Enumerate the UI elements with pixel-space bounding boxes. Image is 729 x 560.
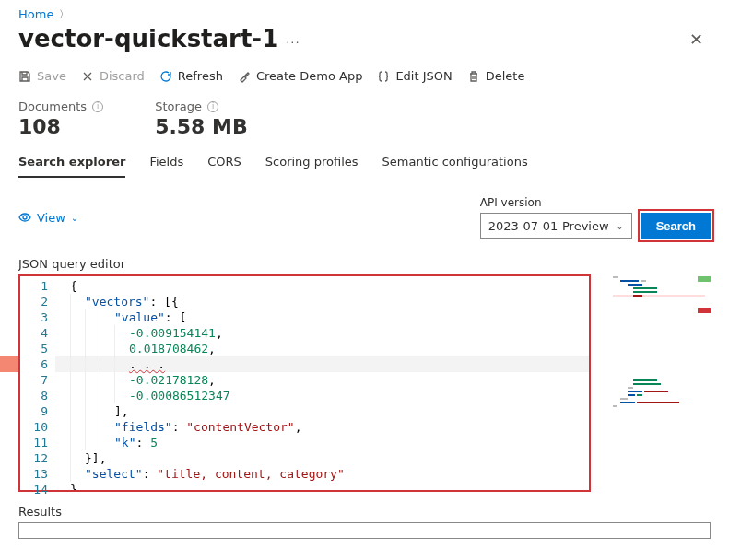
- trash-icon: [467, 70, 480, 83]
- scrollbar-markers: [698, 274, 711, 492]
- info-icon[interactable]: i: [92, 101, 103, 112]
- discard-label: Discard: [100, 69, 145, 83]
- api-version-value: 2023-07-01-Preview: [488, 219, 609, 233]
- stat-storage: Storagei 5.58 MB: [155, 99, 248, 138]
- chevron-down-icon: ⌄: [71, 213, 78, 223]
- discard-button[interactable]: Discard: [81, 69, 145, 83]
- save-label: Save: [37, 69, 66, 83]
- chevron-down-icon: ⌄: [616, 221, 623, 231]
- minimap[interactable]: [591, 274, 711, 492]
- braces-icon: [377, 70, 390, 83]
- save-button[interactable]: Save: [18, 69, 66, 83]
- tab-search-explorer[interactable]: Search explorer: [18, 155, 125, 178]
- view-dropdown[interactable]: View ⌄: [18, 211, 78, 225]
- results-panel: [18, 522, 711, 539]
- more-actions-button[interactable]: ···: [286, 36, 300, 50]
- create-demo-button[interactable]: Create Demo App: [238, 69, 362, 83]
- tab-bar: Search explorer Fields CORS Scoring prof…: [18, 155, 711, 178]
- delete-label: Delete: [486, 69, 525, 83]
- code-area[interactable]: { "vectors": [{ "value": [ -0.009154141,…: [55, 276, 589, 490]
- tab-cors[interactable]: CORS: [207, 155, 241, 178]
- error-squiggle: . . .: [129, 357, 165, 371]
- editor-label: JSON query editor: [18, 257, 711, 271]
- results-label: Results: [18, 505, 711, 519]
- save-icon: [18, 70, 31, 83]
- search-button[interactable]: Search: [641, 213, 711, 239]
- api-version-label: API version: [480, 196, 632, 209]
- info-icon[interactable]: i: [207, 101, 218, 112]
- refresh-button[interactable]: Refresh: [159, 69, 223, 83]
- breadcrumb: Home 〉: [18, 7, 711, 21]
- documents-label: Documents: [18, 99, 87, 113]
- breadcrumb-home[interactable]: Home: [18, 7, 53, 21]
- json-editor[interactable]: 1 2 3 4 5 6 7 8 9 10 11 12 13 14 { "vect…: [18, 274, 591, 492]
- tab-fields[interactable]: Fields: [149, 155, 183, 178]
- refresh-icon: [159, 70, 172, 83]
- storage-label: Storage: [155, 99, 202, 113]
- delete-button[interactable]: Delete: [467, 69, 525, 83]
- api-version-select[interactable]: 2023-07-01-Preview ⌄: [480, 213, 632, 239]
- storage-value: 5.58 MB: [155, 115, 248, 138]
- edit-json-label: Edit JSON: [395, 69, 452, 83]
- discard-icon: [81, 70, 94, 83]
- edit-json-button[interactable]: Edit JSON: [377, 69, 452, 83]
- chevron-right-icon: 〉: [59, 7, 69, 21]
- refresh-label: Refresh: [178, 69, 223, 83]
- documents-value: 108: [18, 115, 103, 138]
- svg-point-0: [23, 216, 27, 219]
- tab-scoring[interactable]: Scoring profiles: [265, 155, 359, 178]
- page-title: vector-quickstart-1: [18, 25, 278, 52]
- line-gutter: 1 2 3 4 5 6 7 8 9 10 11 12 13 14: [20, 276, 55, 490]
- close-icon[interactable]: ✕: [682, 26, 711, 52]
- error-marker: [0, 356, 18, 372]
- view-label: View: [37, 211, 65, 225]
- eye-icon: [18, 211, 31, 224]
- tab-semantic[interactable]: Semantic configurations: [382, 155, 528, 178]
- create-demo-label: Create Demo App: [256, 69, 362, 83]
- command-bar: Save Discard Refresh Create Demo App Edi…: [18, 69, 711, 83]
- tools-icon: [238, 70, 251, 83]
- stat-documents: Documentsi 108: [18, 99, 103, 138]
